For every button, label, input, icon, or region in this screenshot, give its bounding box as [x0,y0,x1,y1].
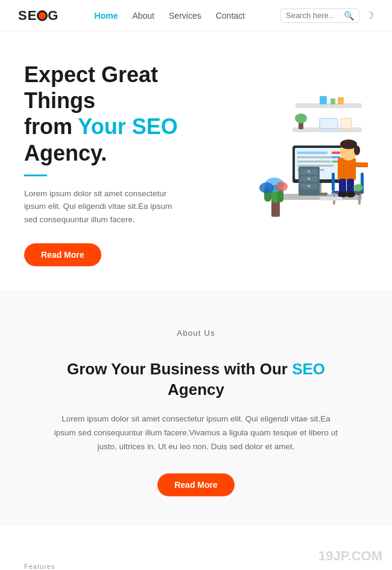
search-input[interactable] [286,11,340,20]
svg-rect-19 [332,152,340,154]
hero-divider [24,175,47,176]
svg-rect-15 [297,156,337,158]
nav-item-home[interactable]: Home [95,10,118,21]
hero-heading: Expect Great Things from Your SEO Agency… [24,62,187,166]
svg-rect-7 [320,118,338,129]
about-section: About Us Grow Your Business with Our SEO… [0,290,392,527]
nav-link-services[interactable]: Services [169,11,201,21]
svg-rect-8 [341,118,352,129]
svg-point-34 [340,139,357,149]
svg-rect-14 [297,152,327,154]
svg-rect-16 [297,161,330,162]
svg-rect-0 [296,103,362,108]
svg-rect-32 [338,158,356,181]
logo-text-se: SE [18,8,37,23]
nav-link-about[interactable]: About [132,11,154,21]
svg-rect-20 [332,156,340,158]
logo-icon [37,10,48,21]
svg-rect-50 [320,197,343,200]
about-heading-part2: Agency [168,380,224,399]
svg-rect-3 [330,98,335,104]
about-description: Lorem ipsum dolor sit amet consectetur i… [51,412,341,454]
search-box[interactable]: 🔍 [280,8,359,23]
about-heading-part1: Grow Your Business with Our [67,360,292,378]
svg-point-24 [308,170,310,173]
svg-rect-31 [332,173,335,191]
svg-point-28 [308,185,310,187]
svg-point-52 [353,184,363,191]
nav-item-services[interactable]: Services [169,10,201,21]
features-section: Features How SEOG Team Can Help Page Ran… [0,527,392,570]
svg-point-26 [308,178,310,180]
svg-point-49 [276,182,288,191]
nav-item-contact[interactable]: Contact [216,10,245,21]
nav-right: 🔍 ☽ [280,8,374,23]
navbar: SEG Home About Services Contact 🔍 ☽ [0,0,392,31]
svg-point-35 [354,146,360,155]
hero-section: Expect Great Things from Your SEO Agency… [0,31,392,290]
hero-heading-line1: Expect Great Things [24,62,158,113]
hero-heading-line3: Agency. [24,141,107,165]
svg-point-6 [295,114,307,123]
svg-point-40 [346,191,355,197]
svg-point-48 [259,182,274,193]
nav-links: Home About Services Contact [95,10,245,21]
search-icon[interactable]: 🔍 [344,11,354,21]
about-read-more-button[interactable]: Read More [157,473,235,496]
hero-description: Lorem ipsum dolor sit amet consectetur i… [24,187,187,226]
nav-link-contact[interactable]: Contact [216,11,245,21]
logo: SEG [18,8,58,24]
nav-item-about[interactable]: About [132,10,154,21]
hero-text: Expect Great Things from Your SEO Agency… [24,62,199,266]
dark-mode-toggle[interactable]: ☽ [365,10,374,21]
svg-rect-36 [353,162,368,167]
svg-rect-17 [297,165,334,167]
features-label: Features [24,563,368,570]
hero-illustration [199,85,368,242]
about-heading: Grow Your Business with Our SEO Agency [24,359,368,400]
hero-read-more-button[interactable]: Read More [24,243,101,266]
hero-heading-line2: from Your SEO [24,114,178,139]
about-section-label: About Us [51,327,341,341]
hero-heading-highlight: Your SEO [78,114,177,139]
logo-text-g: G [48,8,58,23]
nav-link-home[interactable]: Home [95,11,118,21]
svg-rect-4 [338,97,344,104]
hero-image [199,85,368,242]
about-heading-highlight: SEO [292,360,325,378]
svg-rect-2 [320,96,327,104]
